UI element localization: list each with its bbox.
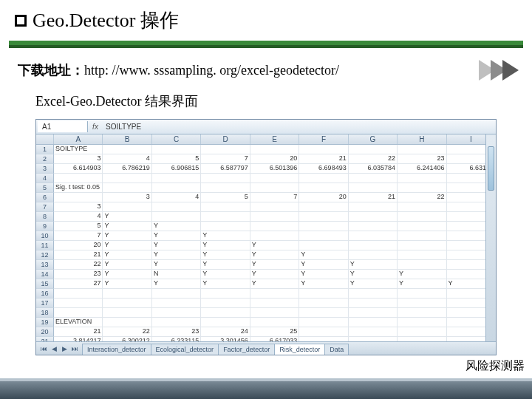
- cell[interactable]: 6.587797: [201, 164, 250, 174]
- row-header[interactable]: 11: [36, 241, 54, 250]
- cell[interactable]: ELEVATION: [54, 318, 103, 327]
- cell[interactable]: [398, 250, 446, 260]
- cell[interactable]: 4: [54, 212, 103, 222]
- cell[interactable]: [349, 318, 398, 327]
- cell[interactable]: Y: [152, 231, 201, 241]
- cell[interactable]: [349, 202, 398, 212]
- cell[interactable]: [398, 145, 446, 154]
- cell[interactable]: [349, 231, 398, 241]
- cell[interactable]: [250, 202, 299, 212]
- cell[interactable]: [299, 299, 348, 308]
- cell[interactable]: [201, 174, 250, 183]
- cell[interactable]: [349, 174, 398, 183]
- cell[interactable]: Y: [398, 279, 446, 289]
- cell[interactable]: [103, 289, 151, 299]
- cell[interactable]: Y: [201, 241, 250, 250]
- cell[interactable]: Y: [201, 260, 250, 270]
- col-header[interactable]: C: [152, 134, 201, 144]
- cell[interactable]: 25: [250, 327, 299, 337]
- cell[interactable]: [299, 183, 348, 193]
- cell[interactable]: Y: [103, 250, 151, 260]
- cell[interactable]: [398, 260, 446, 270]
- cell[interactable]: [398, 231, 446, 241]
- row-header[interactable]: 15: [36, 279, 54, 289]
- cell[interactable]: [349, 183, 398, 193]
- cell[interactable]: [201, 289, 250, 299]
- cell[interactable]: 6.614903: [54, 164, 103, 174]
- cell[interactable]: 4: [152, 193, 201, 202]
- row-header[interactable]: 14: [36, 270, 54, 279]
- cell[interactable]: [299, 231, 348, 241]
- cell[interactable]: 27: [54, 279, 103, 289]
- cell[interactable]: [398, 202, 446, 212]
- cell[interactable]: Y: [152, 250, 201, 260]
- cell[interactable]: 6.241406: [398, 164, 446, 174]
- cell[interactable]: 6.906815: [152, 164, 201, 174]
- cell[interactable]: [398, 289, 446, 299]
- cell[interactable]: [250, 289, 299, 299]
- cell[interactable]: 22: [54, 260, 103, 270]
- cell[interactable]: [349, 241, 398, 250]
- cell[interactable]: SOILTYPE: [54, 145, 103, 154]
- cell[interactable]: [398, 318, 446, 327]
- cell[interactable]: [398, 241, 446, 250]
- cell[interactable]: [103, 308, 151, 318]
- cell[interactable]: Y: [103, 212, 151, 222]
- cell[interactable]: [201, 318, 250, 327]
- col-header[interactable]: D: [201, 134, 250, 144]
- cell[interactable]: 7: [201, 154, 250, 164]
- cell[interactable]: 5: [152, 154, 201, 164]
- cell[interactable]: 21: [54, 250, 103, 260]
- cell[interactable]: Y: [250, 250, 299, 260]
- cell[interactable]: [103, 202, 151, 212]
- row-header[interactable]: 17: [36, 299, 54, 308]
- cell[interactable]: [152, 289, 201, 299]
- row-header[interactable]: 10: [36, 231, 54, 241]
- cell[interactable]: [54, 289, 103, 299]
- cell[interactable]: [103, 318, 151, 327]
- row-header[interactable]: 13: [36, 260, 54, 270]
- cell[interactable]: Y: [299, 260, 348, 270]
- cell[interactable]: [201, 222, 250, 231]
- cell[interactable]: [250, 174, 299, 183]
- cell[interactable]: [299, 174, 348, 183]
- cell[interactable]: [201, 212, 250, 222]
- row-header[interactable]: 2: [36, 154, 54, 164]
- cell[interactable]: Y: [201, 250, 250, 260]
- cell[interactable]: [152, 299, 201, 308]
- cell[interactable]: 20: [250, 154, 299, 164]
- col-header[interactable]: A: [54, 134, 103, 144]
- cell[interactable]: [349, 299, 398, 308]
- cell[interactable]: [201, 145, 250, 154]
- cell[interactable]: [152, 308, 201, 318]
- cell[interactable]: 21: [349, 193, 398, 202]
- cell[interactable]: [152, 174, 201, 183]
- cell[interactable]: [54, 308, 103, 318]
- cell[interactable]: 20: [299, 193, 348, 202]
- sheet-tab[interactable]: Factor_detector: [218, 344, 275, 355]
- cell[interactable]: Y: [250, 279, 299, 289]
- col-header[interactable]: E: [250, 134, 299, 144]
- cell[interactable]: 20: [54, 241, 103, 250]
- cell[interactable]: [349, 222, 398, 231]
- row-header[interactable]: 18: [36, 308, 54, 318]
- cell[interactable]: 5: [201, 193, 250, 202]
- cell[interactable]: [201, 299, 250, 308]
- cell[interactable]: Y: [103, 231, 151, 241]
- cell[interactable]: [54, 193, 103, 202]
- cell[interactable]: Y: [299, 270, 348, 279]
- col-header[interactable]: G: [349, 134, 398, 144]
- cell[interactable]: [299, 222, 348, 231]
- col-header[interactable]: F: [299, 134, 348, 144]
- row-header[interactable]: 4: [36, 174, 54, 183]
- cell[interactable]: [299, 202, 348, 212]
- cell[interactable]: [103, 299, 151, 308]
- sheet-tab[interactable]: Data: [324, 344, 349, 355]
- cell[interactable]: [103, 183, 151, 193]
- cell[interactable]: 3: [103, 193, 151, 202]
- cell[interactable]: [201, 202, 250, 212]
- cell[interactable]: [349, 289, 398, 299]
- cell[interactable]: 6.698493: [299, 164, 348, 174]
- cell[interactable]: Y: [349, 260, 398, 270]
- cell[interactable]: Y: [103, 222, 151, 231]
